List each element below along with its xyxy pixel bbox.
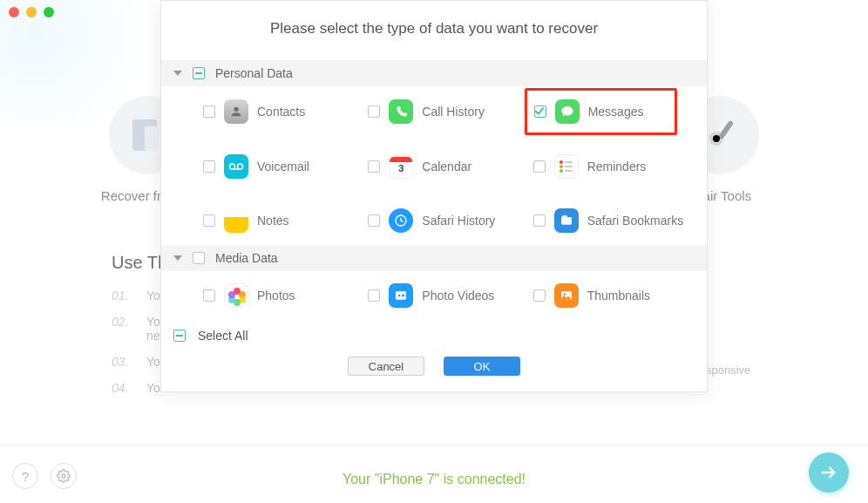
item-reminders[interactable]: Reminders [530, 149, 695, 184]
checkbox[interactable] [368, 289, 380, 302]
checkbox[interactable] [203, 214, 215, 227]
calendar-icon: 3 [389, 154, 413, 179]
arrow-right-icon [819, 463, 838, 482]
item-label: Photo Videos [422, 289, 494, 302]
svg-point-4 [713, 135, 720, 142]
contacts-icon [224, 99, 248, 124]
connection-status: Your "iPhone 7" is connected! [0, 472, 868, 487]
item-label: Call History [422, 105, 485, 119]
svg-point-20 [398, 295, 401, 297]
item-photos[interactable]: Photos [200, 278, 364, 313]
window-controls [9, 7, 54, 17]
svg-point-11 [559, 160, 563, 164]
svg-point-8 [230, 164, 235, 169]
photos-icon [224, 283, 248, 308]
notes-icon [224, 208, 248, 233]
item-label: Thumbnails [587, 289, 650, 302]
item-voicemail[interactable]: Voicemail [200, 149, 364, 184]
chevron-down-icon [173, 71, 182, 76]
item-notes[interactable]: Notes [200, 203, 364, 238]
category-header-personal[interactable]: Personal Data [161, 60, 707, 86]
category-checkbox[interactable] [193, 252, 205, 264]
ok-button[interactable]: OK [444, 357, 520, 376]
item-label: Voicemail [257, 160, 309, 173]
item-contacts[interactable]: Contacts [200, 93, 364, 130]
item-safari-history[interactable]: Safari History [364, 203, 529, 238]
svg-point-9 [238, 164, 243, 169]
checkbox[interactable] [368, 214, 380, 227]
checkbox[interactable] [533, 160, 546, 173]
checkbox[interactable] [533, 214, 546, 227]
checkbox[interactable] [534, 105, 546, 118]
select-all-checkbox[interactable] [173, 330, 186, 342]
item-photo-videos[interactable]: Photo Videos [364, 278, 529, 313]
category-checkbox[interactable] [193, 67, 205, 79]
svg-point-23 [563, 293, 566, 296]
history-icon [389, 208, 413, 233]
item-label: Reminders [587, 160, 647, 173]
next-button[interactable] [809, 452, 849, 493]
checkbox[interactable] [368, 105, 380, 118]
item-label: Calendar [422, 160, 471, 173]
checkbox[interactable] [203, 289, 215, 302]
reminders-icon [554, 154, 579, 179]
checkbox[interactable] [203, 160, 215, 173]
phone-icon [389, 99, 413, 124]
item-label: Photos [257, 289, 295, 302]
svg-rect-14 [565, 166, 573, 167]
cancel-button[interactable]: Cancel [348, 357, 424, 376]
svg-rect-12 [565, 161, 573, 163]
select-all-label: Select All [198, 329, 248, 343]
bookmarks-icon [554, 208, 579, 233]
minimize-window-button[interactable] [26, 7, 37, 17]
category-label: Media Data [215, 251, 278, 265]
item-label: Contacts [257, 105, 305, 119]
item-messages[interactable]: Messages [525, 88, 677, 135]
dialog-title: Please select the type of data you want … [161, 1, 707, 60]
item-call-history[interactable]: Call History [364, 93, 529, 130]
svg-rect-3 [718, 119, 735, 139]
item-calendar[interactable]: 3 Calendar [364, 149, 529, 184]
chevron-down-icon [173, 255, 182, 261]
item-thumbnails[interactable]: Thumbnails [530, 278, 695, 313]
photo-videos-icon [389, 283, 413, 308]
svg-rect-18 [561, 217, 572, 225]
svg-point-13 [559, 165, 563, 168]
item-label: Safari History [422, 214, 495, 228]
category-header-media[interactable]: Media Data [161, 245, 707, 271]
data-type-selection-dialog: Please select the type of data you want … [160, 0, 708, 392]
svg-point-7 [234, 107, 238, 112]
category-label: Personal Data [215, 66, 293, 80]
checkbox[interactable] [533, 289, 546, 302]
item-label: Notes [257, 214, 289, 228]
messages-icon [555, 99, 580, 124]
close-window-button[interactable] [9, 7, 19, 17]
checkbox[interactable] [368, 160, 380, 173]
item-label: Safari Bookmarks [587, 214, 683, 228]
maximize-window-button[interactable] [44, 7, 54, 17]
svg-rect-1 [145, 126, 159, 151]
checkbox[interactable] [203, 105, 215, 118]
item-label: Messages [588, 105, 644, 119]
thumbnails-icon [554, 283, 579, 308]
item-safari-bookmarks[interactable]: Safari Bookmarks [530, 203, 695, 238]
voicemail-icon [224, 154, 248, 179]
svg-rect-16 [565, 170, 573, 172]
svg-point-15 [559, 169, 563, 173]
